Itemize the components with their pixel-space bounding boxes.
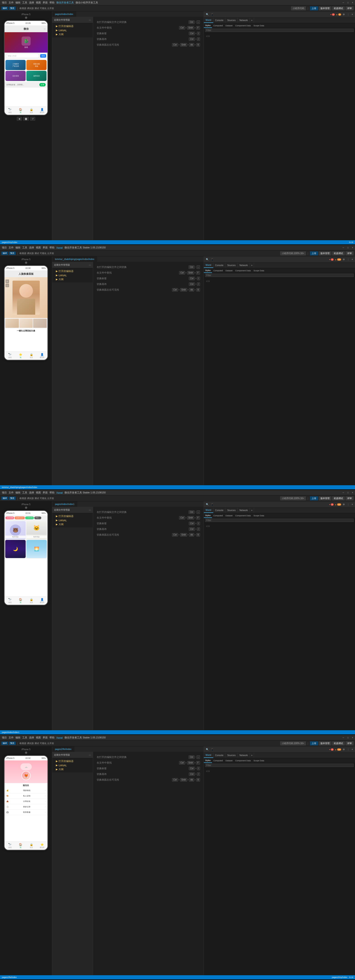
version-btn-3[interactable]: 版本管理 (319, 496, 331, 500)
devtools-subtab-compdata-4[interactable]: Component Data (234, 758, 252, 763)
nav-discover[interactable]: 🔭 发现 (5, 107, 15, 115)
review-btn-3[interactable]: 评审 (345, 496, 353, 500)
nav-contacts-4[interactable]: ⭐ 通讯录 (37, 842, 48, 850)
preview-btn-4[interactable]: 预览 (9, 741, 16, 745)
compile-btn-3[interactable]: 编译 (2, 496, 8, 500)
review-btn[interactable]: 评审 (345, 6, 353, 10)
menu-interface-2[interactable]: 界面 (43, 246, 48, 249)
profile-menu-support[interactable]: 🎧 联系客服 › (5, 810, 48, 815)
nav-me-3[interactable]: 🏠 我 (15, 597, 26, 605)
tree-item-3-1[interactable]: ▶ UANAL (52, 519, 93, 522)
upload-btn-3[interactable]: 上传 (310, 496, 318, 500)
devtools-subtab-dataset-4[interactable]: Dataset (224, 758, 234, 763)
devtools-subtab-dataset-3[interactable]: Dataset (224, 513, 234, 518)
tree-item-2-2[interactable]: ▶ 大纲 (52, 277, 93, 282)
devtools-settings-btn-4[interactable]: ⚙ (342, 748, 345, 751)
devtools-subtab-computed-2[interactable]: Computed (212, 268, 224, 273)
phone-home[interactable]: ⬤ (23, 117, 29, 121)
chat-input[interactable]: 请输入内容 (6, 54, 39, 58)
devtools-subtab-compdata[interactable]: Component Data (234, 23, 252, 28)
machine-debug-btn[interactable]: 机器调试 (332, 6, 345, 10)
devtools-tab-sources[interactable]: Sources (225, 18, 238, 23)
compile-btn-4[interactable]: 编译 (2, 741, 8, 745)
tree-item-2[interactable]: ▶ 大纲 (52, 32, 93, 37)
tree-item-3-0[interactable]: ▶ 打开的编辑器 (52, 514, 93, 519)
tree-item-2-1[interactable]: ▶ UANAL (52, 274, 93, 277)
visual-tab-2[interactable]: 可视化 (40, 252, 46, 255)
devtools-filter-input[interactable] (205, 29, 354, 32)
menu-settings[interactable]: 微信小程序开发工具 (76, 1, 98, 4)
devtools-tab-wxml-3[interactable]: Wxml (204, 508, 213, 513)
tree-item-4-0[interactable]: ▶ 打开的编辑器 (52, 759, 93, 764)
mini-tag-3[interactable]: 节日… (34, 517, 41, 519)
test-tab-3[interactable]: 测试 (35, 497, 39, 500)
window-minimize-2[interactable]: ─ (342, 247, 344, 249)
file-tree-close-2[interactable]: ··· (89, 263, 91, 267)
tree-item-0[interactable]: ▶ 打开的编辑器 (52, 24, 93, 29)
devtools-tab-sources-3[interactable]: Sources (225, 508, 238, 513)
upload-btn[interactable]: 上传 (310, 6, 318, 10)
menu-view-3[interactable]: 视图 (36, 491, 41, 494)
devtools-tab-console-3[interactable]: Console (213, 508, 226, 513)
tree-item-4-2[interactable]: ▶ 大纲 (52, 767, 93, 772)
devtools-more-btn-2[interactable]: ⋮ (346, 258, 350, 261)
devtools-device-3[interactable]: 📱 (210, 503, 214, 506)
test-tab-2[interactable]: 测试 (35, 252, 39, 255)
inspector-tab[interactable]: 检视器 (19, 7, 26, 10)
version-btn-2[interactable]: 版本管理 (319, 251, 331, 255)
share-btn[interactable]: 分享 (39, 83, 46, 86)
compile-btn-2[interactable]: 编译 (2, 251, 8, 255)
devtools-subtab-computed[interactable]: Computed (212, 23, 224, 28)
devtools-tab-network-3[interactable]: Network (238, 508, 250, 513)
devtools-tab-network-4[interactable]: Network (238, 753, 250, 758)
menu-file-2[interactable]: 文件 (9, 246, 14, 249)
inspector-tab-3[interactable]: 检视器 (19, 497, 26, 500)
devtools-more-btn-4[interactable]: ⋮ (346, 748, 350, 751)
devtools-close-btn[interactable]: × (351, 13, 353, 16)
devtools-device[interactable]: 📱 (210, 13, 214, 16)
devtools-settings-btn-2[interactable]: ⚙ (342, 258, 345, 261)
menu-settings-3[interactable]: 微信开发者工具 Stable 1.05.2108150 (64, 491, 106, 494)
editor-tab-breadcrumb-2[interactable]: tommur_zbatshiping/pages/index/index (52, 256, 97, 262)
devtools-filter-input-3[interactable] (205, 519, 354, 522)
device-selector[interactable]: 小程序代码 (291, 6, 306, 10)
file-tree-close[interactable]: ··· (89, 18, 91, 22)
nav-home-3[interactable]: 🔒 首页 (26, 597, 37, 605)
window-minimize-3[interactable]: ─ (342, 492, 344, 494)
devtools-subtab-styles[interactable]: Styles (204, 23, 212, 28)
tree-item-3-2[interactable]: ▶ 大纲 (52, 522, 93, 527)
nav-me-2[interactable]: ⭐ 我 (15, 352, 26, 360)
upload-btn-2[interactable]: 上传 (310, 251, 318, 255)
menu-interface[interactable]: 界面 (43, 1, 48, 4)
devtools-inspect-4[interactable]: 🔍 (205, 748, 209, 751)
menu-project[interactable]: 项目 (2, 1, 7, 4)
devtools-more-btn-3[interactable]: ⋮ (346, 503, 350, 506)
devtools-subtab-dataset[interactable]: Dataset (224, 23, 234, 28)
devtools-inspect[interactable]: 🔍 (205, 13, 209, 16)
window-close-3[interactable]: × (352, 492, 353, 494)
devtools-tab-wxml-2[interactable]: Wxml (204, 263, 213, 268)
nav-contacts[interactable]: 👤 通讯录 (37, 107, 48, 115)
profile-menu-share[interactable]: 📤 分享好友 › (5, 799, 48, 804)
menu-tool-4[interactable]: 工具 (22, 736, 27, 739)
menu-view[interactable]: 视图 (36, 1, 41, 4)
devtools-device-2[interactable]: 📱 (210, 258, 214, 261)
upload-btn-4[interactable]: 上传 (310, 741, 318, 745)
visual-tab-3[interactable]: 可视化 (40, 497, 46, 500)
menu-file-4[interactable]: 文件 (9, 736, 14, 739)
menu-tool-2[interactable]: 工具 (22, 246, 27, 249)
editor-tab-breadcrumb-4[interactable]: pages2/fei/index (52, 746, 75, 752)
nav-home[interactable]: 🔒 首页 (26, 107, 37, 115)
menu-select-2[interactable]: 选择 (29, 246, 34, 249)
menu-interface-4[interactable]: 界面 (43, 736, 48, 739)
search-button[interactable]: 搜索 (40, 54, 46, 57)
menu-help-2[interactable]: 帮助 (49, 246, 54, 249)
test-tab[interactable]: 测试 (35, 7, 39, 10)
tree-item-1[interactable]: ▶ UANAL (52, 29, 93, 32)
window-maximize-3[interactable]: □ (347, 492, 349, 494)
phone-back[interactable]: ◀ (17, 117, 22, 121)
mini-tag-2[interactable]: 口令红包 (25, 517, 34, 519)
test-tab-4[interactable]: 测试 (35, 742, 39, 745)
devtools-subtab-computed-3[interactable]: Computed (212, 513, 224, 518)
menu-tool-3[interactable]: 工具 (22, 491, 27, 494)
